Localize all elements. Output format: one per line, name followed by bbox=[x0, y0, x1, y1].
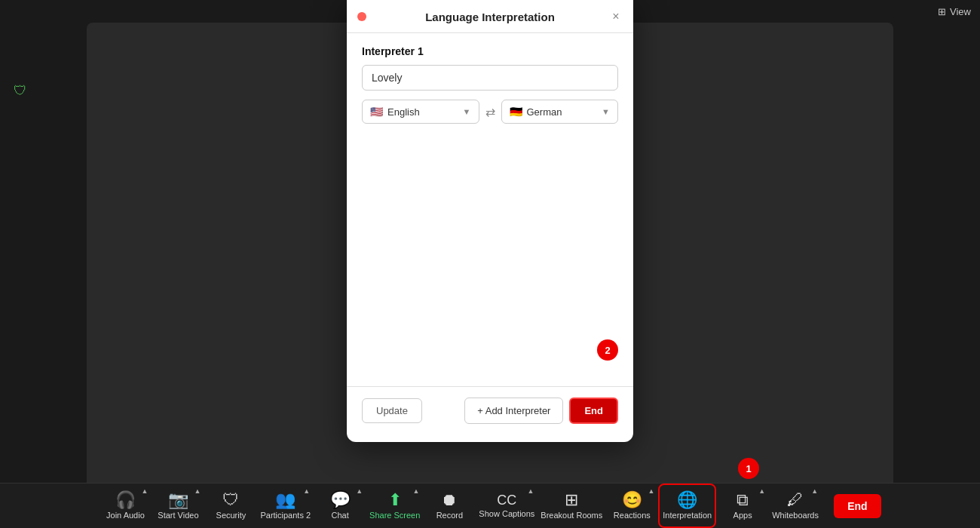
footer-right: + Add Interpreter End bbox=[464, 398, 618, 424]
whiteboards-icon: 🖊 bbox=[787, 492, 804, 508]
reactions-chevron-icon: ▲ bbox=[648, 487, 654, 495]
chat-label: Chat bbox=[331, 511, 348, 520]
lang1-flag: 🇺🇸 bbox=[370, 106, 383, 118]
toolbar-item-chat[interactable]: ▲ 💬 Chat bbox=[314, 483, 366, 528]
record-icon: ⏺ bbox=[441, 492, 458, 508]
traffic-light-red[interactable] bbox=[357, 12, 366, 21]
close-button[interactable]: × bbox=[609, 10, 623, 23]
join-audio-chevron-icon: ▲ bbox=[142, 487, 149, 495]
security-label: Security bbox=[216, 511, 247, 520]
apps-icon: ⧉ bbox=[737, 492, 749, 508]
participants-label: Participants 2 bbox=[260, 511, 311, 520]
security-icon: 🛡 bbox=[222, 492, 239, 508]
start-video-icon: 📷 bbox=[168, 492, 188, 508]
interpreter-label: Interpreter 1 bbox=[362, 45, 618, 57]
toolbar-item-show-captions[interactable]: ▲ CC Show Captions bbox=[476, 483, 537, 528]
end-button-toolbar[interactable]: End bbox=[834, 494, 880, 518]
language2-select[interactable]: 🇩🇪 German ▼ bbox=[501, 100, 619, 124]
join-audio-icon: 🎧 bbox=[115, 492, 136, 508]
language1-select[interactable]: 🇺🇸 English ▼ bbox=[362, 100, 479, 124]
join-audio-label: Join Audio bbox=[106, 511, 145, 520]
reactions-label: Reactions bbox=[614, 511, 651, 520]
share-screen-label: Share Screen bbox=[369, 511, 420, 520]
chat-chevron-icon: ▲ bbox=[356, 487, 363, 495]
lang2-flag: 🇩🇪 bbox=[510, 106, 522, 118]
language-interpretation-modal: Language Interpretation × Interpreter 1 … bbox=[347, 0, 633, 442]
share-screen-chevron-icon: ▲ bbox=[412, 487, 419, 495]
apps-chevron-icon: ▲ bbox=[758, 487, 765, 495]
chat-icon: 💬 bbox=[330, 492, 351, 508]
lang1-chevron-icon: ▼ bbox=[463, 107, 471, 116]
toolbar-item-record[interactable]: ⏺ Record bbox=[423, 483, 476, 528]
modal-footer: Update + Add Interpreter End bbox=[347, 386, 633, 427]
captions-chevron-icon: ▲ bbox=[527, 487, 534, 495]
whiteboards-chevron-icon: ▲ bbox=[811, 487, 818, 495]
captions-icon: CC bbox=[497, 493, 516, 507]
toolbar-item-security[interactable]: 🛡 Security bbox=[204, 483, 257, 528]
end-button-modal[interactable]: End bbox=[569, 398, 618, 424]
modal-body: Interpreter 1 🇺🇸 English ▼ ⇄ 🇩🇪 German ▼ bbox=[347, 33, 633, 386]
toolbar-item-whiteboards[interactable]: ▲ 🖊 Whiteboards bbox=[769, 483, 822, 528]
record-label: Record bbox=[436, 511, 463, 520]
lang1-name: English bbox=[387, 106, 458, 118]
toolbar-item-start-video[interactable]: ▲ 📷 Start Video bbox=[152, 483, 204, 528]
lang2-name: German bbox=[527, 106, 598, 118]
step-badge-2: 2 bbox=[597, 339, 618, 361]
toolbar-item-apps[interactable]: ▲ ⧉ Apps bbox=[716, 483, 769, 528]
interpretation-label: Interpretation bbox=[663, 511, 712, 520]
participants-icon: 👥 bbox=[275, 492, 296, 508]
participants-chevron-icon: ▲ bbox=[303, 487, 310, 495]
start-video-chevron-icon: ▲ bbox=[194, 487, 201, 495]
toolbar-item-participants[interactable]: ▲ 👥 Participants 2 bbox=[257, 483, 314, 528]
share-screen-icon: ⬆ bbox=[388, 492, 402, 508]
interpreter-name-input[interactable] bbox=[362, 65, 618, 91]
update-button[interactable]: Update bbox=[362, 398, 422, 423]
language-row: 🇺🇸 English ▼ ⇄ 🇩🇪 German ▼ bbox=[362, 100, 618, 124]
modal-content-area bbox=[362, 133, 618, 374]
toolbar-item-join-audio[interactable]: ▲ 🎧 Join Audio bbox=[99, 483, 152, 528]
modal-overlay: Language Interpretation × Interpreter 1 … bbox=[0, 0, 980, 483]
toolbar-item-interpretation[interactable]: 🌐 Interpretation bbox=[658, 483, 716, 528]
toolbar-item-share-screen[interactable]: ▲ ⬆ Share Screen bbox=[366, 483, 423, 528]
start-video-label: Start Video bbox=[158, 511, 198, 520]
interpretation-icon: 🌐 bbox=[677, 492, 697, 508]
toolbar-item-breakout-rooms[interactable]: ⊞ Breakout Rooms bbox=[537, 483, 605, 528]
modal-title: Language Interpretation bbox=[425, 11, 555, 23]
swap-icon[interactable]: ⇄ bbox=[485, 105, 495, 119]
lang2-chevron-icon: ▼ bbox=[602, 107, 610, 116]
breakout-rooms-label: Breakout Rooms bbox=[541, 511, 602, 520]
apps-label: Apps bbox=[733, 511, 752, 520]
captions-label: Show Captions bbox=[479, 509, 534, 518]
modal-header: Language Interpretation × bbox=[347, 0, 633, 33]
step-badge-1: 1 bbox=[738, 458, 759, 479]
breakout-rooms-icon: ⊞ bbox=[565, 492, 578, 508]
whiteboards-label: Whiteboards bbox=[772, 511, 819, 520]
toolbar: ▲ 🎧 Join Audio ▲ 📷 Start Video 🛡 Securit… bbox=[0, 483, 980, 528]
reactions-icon: 😊 bbox=[622, 492, 642, 508]
toolbar-item-reactions[interactable]: ▲ 😊 Reactions bbox=[605, 483, 658, 528]
add-interpreter-button[interactable]: + Add Interpreter bbox=[464, 398, 563, 424]
